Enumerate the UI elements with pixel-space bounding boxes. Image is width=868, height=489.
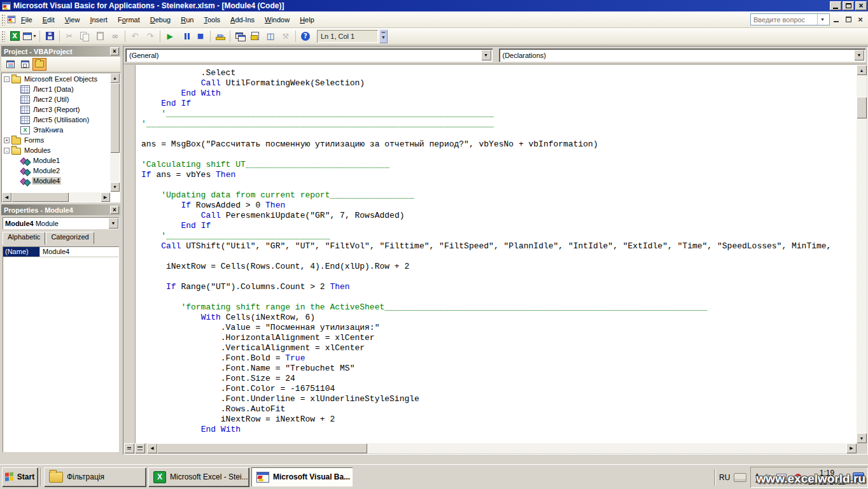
property-name[interactable]: (Name) xyxy=(3,247,40,257)
tree-item-лист3-report-[interactable]: Лист3 (Report) xyxy=(3,104,120,115)
property-row[interactable]: (Name)Module4 xyxy=(3,247,118,257)
code-line[interactable] xyxy=(141,292,857,302)
code-line[interactable]: .Font.Color = -16751104 xyxy=(141,384,857,394)
toggle-folders-button[interactable] xyxy=(32,58,46,71)
code-line[interactable]: .Font.Bold = True xyxy=(141,353,857,364)
mdi-close-button[interactable]: × xyxy=(855,15,865,24)
code-line[interactable]: ans = MsgBox("Рассчитать посменную утили… xyxy=(141,139,857,150)
break-button[interactable] xyxy=(178,29,193,43)
code-line[interactable]: .Value = "Посменная утилизация:" xyxy=(141,323,857,333)
scroll-up-icon[interactable]: ▲ xyxy=(857,65,867,75)
code-line[interactable]: End With xyxy=(141,89,857,99)
view-microsoft-excel-button[interactable]: X xyxy=(7,29,22,43)
collapse-icon[interactable]: - xyxy=(4,148,10,153)
tab-alphabetic[interactable]: Alphabetic xyxy=(3,232,45,244)
project-tree-vertical-scrollbar[interactable]: ▲ ▼ xyxy=(110,73,120,192)
code-line[interactable] xyxy=(141,150,857,160)
code-line[interactable]: .Rows.AutoFit xyxy=(141,404,857,415)
code-horizontal-scrollbar[interactable]: ◀ ▶ xyxy=(124,443,857,453)
code-line[interactable]: .Font.Size = 24 xyxy=(141,374,857,384)
scroll-left-icon[interactable]: ◀ xyxy=(147,443,157,453)
properties-panel-titlebar[interactable]: Properties - Module4 × xyxy=(1,204,120,215)
tree-item-module2[interactable]: Module2 xyxy=(3,166,120,176)
code-line[interactable] xyxy=(141,272,857,282)
question-dropdown-arrow-icon[interactable]: ▼ xyxy=(817,14,827,25)
code-line[interactable]: Call UTShift("Util", "GR", "UT", "FiltVo… xyxy=(141,241,857,252)
menu-run[interactable]: Run xyxy=(176,14,199,25)
code-vertical-scrollbar[interactable]: ▲ ▼ xyxy=(857,65,867,443)
run-sub-button[interactable] xyxy=(162,29,178,43)
scroll-track[interactable] xyxy=(857,75,867,433)
mdi-restore-button[interactable] xyxy=(843,15,853,24)
menu-help[interactable]: Help xyxy=(295,14,319,25)
close-button[interactable]: × xyxy=(855,1,867,10)
procedure-combobox[interactable]: (Declarations) ▼ xyxy=(499,48,866,62)
code-line[interactable]: .HorizontalAlignment = xlCenter xyxy=(141,333,857,343)
menu-debug[interactable]: Debug xyxy=(145,14,176,25)
tree-item-microsoft-excel-objects[interactable]: -Microsoft Excel Objects xyxy=(3,74,120,84)
taskbar-item-1[interactable]: Фільтрація xyxy=(44,467,146,486)
expand-icon[interactable]: + xyxy=(4,138,10,143)
minimize-button[interactable] xyxy=(830,1,841,10)
code-line[interactable]: iNextRow = iNextRow + 2 xyxy=(141,415,857,425)
toolbar-grip[interactable] xyxy=(1,31,5,42)
menu-edit[interactable]: Edit xyxy=(38,14,60,25)
code-line[interactable]: '_______________________________________… xyxy=(141,119,857,129)
procedure-view-button[interactable] xyxy=(124,443,134,453)
code-line[interactable]: If Range("UT").Columns.Count > 2 Then xyxy=(141,282,857,292)
tab-categorized[interactable]: Categorized xyxy=(46,232,94,244)
scroll-down-icon[interactable]: ▼ xyxy=(110,182,120,192)
scroll-right-icon[interactable]: ▶ xyxy=(846,443,857,453)
project-panel-close-button[interactable]: × xyxy=(110,47,119,55)
menu-window[interactable]: Window xyxy=(260,14,295,25)
code-line[interactable] xyxy=(141,252,857,262)
properties-panel-close-button[interactable]: × xyxy=(110,206,119,214)
question-input[interactable] xyxy=(751,15,817,24)
scroll-left-icon[interactable]: ◀ xyxy=(2,192,11,202)
save-button[interactable] xyxy=(42,29,57,43)
code-line[interactable]: .VerticalAlignment = xlCenter xyxy=(141,343,857,353)
mdi-minimize-button[interactable] xyxy=(831,15,841,24)
code-line[interactable]: Call PeresmenkiUpdate("GR", 7, RowsAdded… xyxy=(141,211,857,221)
code-line[interactable]: If ans = vbYes Then xyxy=(141,170,857,180)
language-indicator[interactable]: RU xyxy=(715,473,734,482)
procedure-combo-dropdown-icon[interactable]: ▼ xyxy=(854,50,864,60)
tree-item-module1[interactable]: Module1 xyxy=(3,155,120,166)
code-line[interactable]: 'Updating data from current report______… xyxy=(141,190,857,201)
breakpoint-margin[interactable] xyxy=(124,65,136,443)
view-object-button[interactable] xyxy=(18,58,32,71)
keyboard-icon[interactable] xyxy=(734,473,746,482)
object-browser-button[interactable] xyxy=(263,29,278,43)
object-selector-dropdown-icon[interactable]: ▼ xyxy=(108,218,118,229)
menu-format[interactable]: Format xyxy=(113,14,145,25)
code-line[interactable]: If RowsAdded > 0 Then xyxy=(141,201,857,211)
code-editor[interactable]: .Select Call UtilFormatingWeek(Selection… xyxy=(124,65,857,443)
scroll-thumb[interactable] xyxy=(857,97,867,118)
code-line[interactable]: '_______________________________________… xyxy=(141,109,857,119)
reset-button[interactable] xyxy=(193,29,208,43)
project-tree-horizontal-scrollbar[interactable]: ◀ ▶ xyxy=(2,192,110,202)
object-combo-dropdown-icon[interactable]: ▼ xyxy=(481,50,491,60)
code-line[interactable]: End If xyxy=(141,99,857,109)
scroll-thumb[interactable] xyxy=(110,83,120,153)
code-line[interactable]: .Font.Underline = xlUnderlineStyleSingle xyxy=(141,394,857,404)
tree-item-forms[interactable]: +Forms xyxy=(3,135,120,145)
code-line[interactable]: With Cells(iNextRow, 6) xyxy=(141,313,857,323)
code-line[interactable]: End If xyxy=(141,221,857,231)
property-value[interactable]: Module4 xyxy=(40,247,118,257)
scroll-up-icon[interactable]: ▲ xyxy=(110,73,120,83)
code-text[interactable]: .Select Call UtilFormatingWeek(Selection… xyxy=(136,65,857,443)
menu-addins[interactable]: Add-Ins xyxy=(225,14,260,25)
design-mode-button[interactable] xyxy=(213,29,228,43)
code-line[interactable]: .Font.Name = "Trebuchet MS" xyxy=(141,364,857,374)
help-button[interactable]: ? xyxy=(298,29,313,43)
insert-userform-dropdown-icon[interactable]: ▼ xyxy=(32,34,37,38)
scroll-down-icon[interactable]: ▼ xyxy=(857,433,867,443)
mdi-child-icon[interactable] xyxy=(8,16,16,24)
code-line[interactable]: iNextRow = Cells(Rows.Count, 4).End(xlUp… xyxy=(141,262,857,272)
object-combobox[interactable]: (General) ▼ xyxy=(125,48,493,62)
tree-item-лист2-util-[interactable]: Лист2 (Util) xyxy=(3,94,120,104)
object-selector-combobox[interactable]: Module4 Module ▼ xyxy=(3,217,119,229)
code-line[interactable] xyxy=(141,180,857,190)
code-line[interactable] xyxy=(141,129,857,139)
